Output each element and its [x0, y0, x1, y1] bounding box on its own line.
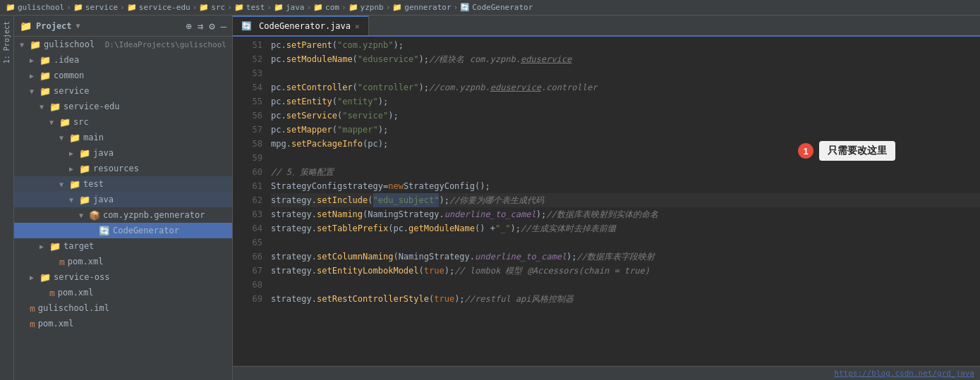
line-numbers: 51 52 53 54 55 56 57 58 59 60 61 62 63 6… — [233, 37, 268, 366]
resources-folder-icon: 📁 — [79, 164, 90, 174]
tab-file-icon: 🔄 — [241, 21, 252, 31]
tree-label: common — [54, 71, 84, 80]
code-line-52: pc.setModuleName("eduservice"); //模块名 co… — [271, 52, 980, 66]
folder-icon-header: 📁 — [20, 20, 32, 32]
tree-label: pom.xml — [68, 257, 104, 266]
java-folder-icon2: 📁 — [79, 195, 90, 205]
dropdown-arrow-icon[interactable]: ▼ — [76, 22, 80, 30]
tree-item-java-test[interactable]: ▼ 📁 java — [14, 192, 232, 207]
bottom-bar: https://blog.csdn.net/grd_java — [233, 366, 980, 380]
tree-item-service-oss[interactable]: ▶ 📁 service-oss — [14, 269, 232, 285]
code-line-67: strategy.setEntityLombokModel(true); // … — [271, 264, 980, 278]
tree-item-test[interactable]: ▼ 📁 test — [14, 176, 232, 192]
code-line-55: pc.setEntity("entity"); — [271, 94, 980, 109]
tree-item-package[interactable]: ▼ 📦 com.yzpnb.gennerator — [14, 207, 232, 223]
tree-item-gulischool[interactable]: ▼ 📁 gulischool D:\IdeaProjects\gulischoo… — [14, 37, 232, 52]
breadcrumb-item-codegenerator[interactable]: CodeGenerator — [472, 3, 533, 12]
breadcrumb-file-icon: 🔄 — [460, 3, 470, 12]
folder-icon: 📁 — [49, 241, 61, 252]
tree-item-iml[interactable]: m gulischool.iml — [14, 300, 232, 316]
tab-close-button[interactable]: ✕ — [355, 22, 360, 31]
breadcrumb-item-gennerator[interactable]: gennerator — [404, 3, 451, 12]
expand-arrow: ▼ — [49, 118, 59, 126]
breadcrumb-folder-icon9: 📁 — [392, 3, 402, 12]
tree-item-common[interactable]: ▶ 📁 common — [14, 68, 232, 83]
xml-icon3: m — [30, 319, 35, 329]
code-lines: pc.setParent("com.yzpnb"); pc.setModuleN… — [268, 37, 980, 366]
collapse-icon[interactable]: ⇉ — [198, 20, 203, 32]
tree-item-service-edu[interactable]: ▼ 📁 service-edu — [14, 99, 232, 114]
expand-arrow: ▶ — [69, 165, 79, 173]
tree-item-service[interactable]: ▼ 📁 service — [14, 83, 232, 99]
tree-item-resources[interactable]: ▶ 📁 resources — [14, 161, 232, 176]
sidebar-header-icons: ⊕ ⇉ ⚙ — — [186, 20, 226, 32]
code-line-51: pc.setParent("com.yzpnb"); — [271, 38, 980, 52]
tree-label: target — [63, 241, 94, 251]
tree-item-pom-service-edu[interactable]: m pom.xml — [14, 254, 232, 269]
breadcrumb-item-gulischool[interactable]: gulischool — [18, 3, 64, 12]
tree-label: gulischool.iml — [38, 303, 109, 313]
breadcrumb-folder-icon6: 📁 — [274, 3, 284, 12]
expand-arrow: ▼ — [79, 212, 89, 219]
vertical-tab-label[interactable]: 1: Project — [3, 16, 11, 69]
tree-label: gulischool D:\IdeaProjects\gulischool — [44, 39, 226, 49]
tree-item-codegenerator[interactable]: 🔄 CodeGenerator — [14, 223, 232, 238]
tree-item-pom-service[interactable]: m pom.xml — [14, 285, 232, 300]
bottom-link[interactable]: https://blog.csdn.net/grd_java — [834, 369, 974, 378]
tree-label: service — [54, 86, 90, 96]
expand-arrow: ▼ — [59, 180, 69, 188]
folder-icon: 📁 — [40, 272, 51, 283]
tree-item-java-main[interactable]: ▶ 📁 java — [14, 145, 232, 161]
breadcrumb-item-service[interactable]: service — [85, 3, 118, 12]
breadcrumb-item-service-edu[interactable]: service-edu — [139, 3, 190, 12]
breadcrumb-item-com[interactable]: com — [325, 3, 339, 12]
package-icon: 📦 — [89, 210, 100, 221]
close-icon[interactable]: — — [221, 20, 226, 32]
folder-icon: 📁 — [40, 86, 51, 97]
tree-label: .idea — [54, 55, 79, 65]
tree-item-idea[interactable]: ▶ 📁 .idea — [14, 52, 232, 68]
tree-item-src[interactable]: ▼ 📁 src — [14, 114, 232, 130]
code-line-63: strategy.setNaming(NamingStrategy.underl… — [271, 207, 980, 221]
code-line-62: strategy.setInclude("edu_subject"); //你要… — [271, 193, 980, 207]
tree-item-pom-root[interactable]: m pom.xml — [14, 316, 232, 331]
locate-icon[interactable]: ⊕ — [186, 20, 191, 32]
folder-icon: 📁 — [69, 133, 80, 143]
editor-area: 🔄 CodeGenerator.java ✕ 51 52 53 54 55 56… — [233, 16, 980, 380]
code-line-69: strategy.setRestControllerStyle(true); /… — [271, 292, 980, 306]
tree-label: service-edu — [63, 102, 119, 111]
tab-codegenerator[interactable]: 🔄 CodeGenerator.java ✕ — [233, 16, 369, 35]
expand-arrow: ▶ — [40, 243, 49, 250]
breadcrumb-item-java[interactable]: java — [286, 3, 305, 12]
tree-item-target[interactable]: ▶ 📁 target — [14, 238, 232, 254]
tab-label: CodeGenerator.java — [259, 21, 351, 31]
sidebar-tree: ▼ 📁 gulischool D:\IdeaProjects\gulischoo… — [14, 37, 232, 380]
breadcrumb-item-test[interactable]: test — [246, 3, 265, 12]
settings-icon[interactable]: ⚙ — [209, 20, 214, 32]
expand-arrow: ▶ — [30, 56, 40, 64]
tree-label: service-oss — [54, 272, 109, 282]
code-line-68 — [271, 278, 980, 292]
breadcrumb-item-src[interactable]: src — [211, 3, 225, 12]
breadcrumb-folder-icon: 📁 — [6, 3, 16, 12]
breadcrumb-item-yzpnb[interactable]: yzpnb — [361, 3, 384, 12]
breadcrumb-bar: 📁 gulischool › 📁 service › 📁 service-edu… — [0, 0, 980, 16]
sidebar-title: 📁 Project ▼ — [20, 20, 80, 32]
expand-arrow: ▼ — [20, 41, 30, 49]
tree-label: main — [83, 133, 104, 142]
sidebar: 📁 Project ▼ ⊕ ⇉ ⚙ — ▼ 📁 gulischool D:\Id… — [14, 16, 233, 380]
code-content: 51 52 53 54 55 56 57 58 59 60 61 62 63 6… — [233, 37, 980, 366]
sidebar-header: 📁 Project ▼ ⊕ ⇉ ⚙ — — [14, 16, 232, 37]
tree-label: java — [93, 195, 114, 204]
xml-icon2: m — [49, 288, 55, 298]
tree-item-main[interactable]: ▼ 📁 main — [14, 130, 232, 145]
iml-icon: m — [30, 303, 35, 314]
tree-label: resources — [93, 164, 139, 173]
code-line-66: strategy.setColumnNaming(NamingStrategy.… — [271, 250, 980, 264]
code-line-56: pc.setService("service"); — [271, 109, 980, 123]
expand-arrow: ▼ — [69, 196, 79, 204]
code-line-57: pc.setMapper("mapper"); — [271, 123, 980, 137]
tab-bar: 🔄 CodeGenerator.java ✕ — [233, 16, 980, 37]
expand-arrow: ▼ — [59, 134, 69, 142]
tree-label: java — [93, 148, 114, 158]
